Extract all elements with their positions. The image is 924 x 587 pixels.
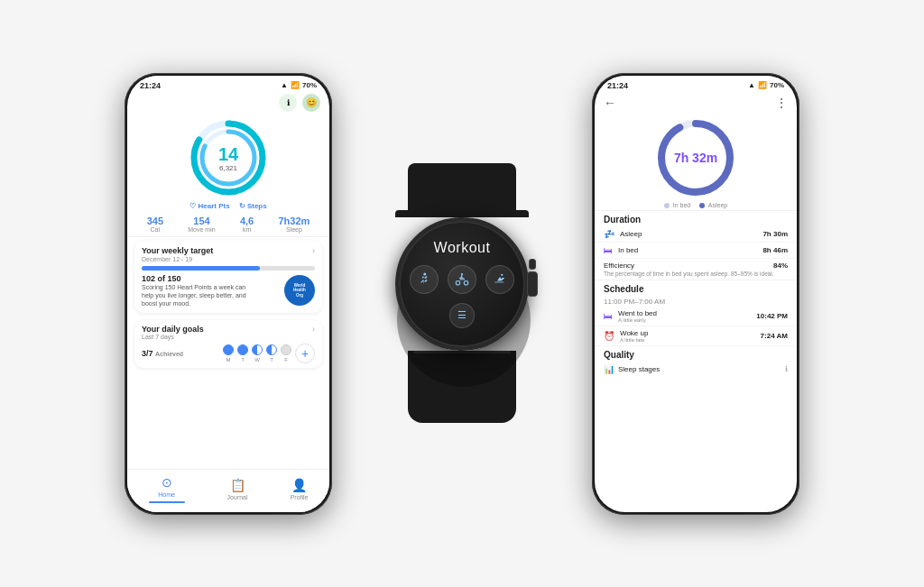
schedule-title: Schedule	[595, 280, 797, 296]
cal-label: Cal	[147, 226, 163, 233]
asleep-stat: 💤 Asleep 7h 30m	[595, 226, 797, 243]
sleep-stages-label: Sleep stages	[618, 365, 660, 373]
day-dot-m	[223, 344, 234, 355]
battery-left: 70%	[302, 81, 317, 89]
day-dots: M T W T	[223, 344, 315, 363]
legend-inbed: In bed	[664, 202, 690, 208]
more-button[interactable]: ⋮	[775, 96, 788, 110]
woke-up-value: 7:24 AM	[761, 332, 788, 340]
wifi-icon-right: 📶	[758, 81, 767, 89]
battery-right: 70%	[770, 81, 784, 89]
watch-cycle-button[interactable]	[448, 265, 476, 294]
sleep-label: Sleep	[278, 226, 310, 233]
watch-crown-small	[529, 259, 536, 270]
achieved-label: Achieved	[155, 351, 183, 357]
svg-point-6	[464, 280, 468, 285]
time-right: 21:24	[607, 81, 628, 90]
daily-goals-sub: Last 7 days	[142, 334, 204, 340]
left-phone: 21:24 ▲ 📶 70% ℹ 😊	[125, 73, 332, 515]
nav-profile[interactable]: 👤 Profile	[291, 478, 309, 500]
wifi-icon: 📶	[291, 81, 300, 89]
inbed-value: 8h 46m	[762, 246, 788, 254]
signal-icon-right: ▲	[748, 81, 755, 89]
weekly-target-card: Your weekly target › December 12 - 19 10…	[134, 241, 322, 313]
scene: 21:24 ▲ 📶 70% ℹ 😊	[0, 0, 924, 587]
chevron-right-icon[interactable]: ›	[312, 246, 315, 255]
bar-chart-icon: 📊	[604, 364, 614, 374]
watch-activity-icons	[410, 265, 514, 294]
efficiency-label: Efficiency	[604, 261, 634, 270]
ring-steps: 6,321	[218, 163, 238, 171]
watch-run-button[interactable]	[410, 265, 439, 294]
sleep-stages-info-icon[interactable]: ℹ	[785, 365, 788, 373]
day-dot-t2	[266, 344, 277, 355]
day-dot-w	[252, 344, 263, 355]
woke-up-sub: A little late	[620, 337, 648, 343]
profile-icon: 👤	[291, 478, 307, 492]
day-dot-t1	[237, 344, 248, 355]
weekly-desc: Scoring 150 Heart Points a week can help…	[142, 283, 250, 307]
nav-home[interactable]: ⊙ Home	[149, 475, 185, 503]
quality-title: Quality	[595, 346, 797, 362]
goals-achieved: 3/7 Achieved	[142, 349, 183, 358]
move-label: Move min	[188, 226, 215, 233]
legend-asleep: Asleep	[699, 202, 727, 208]
stats-row: 345 Cal 154 Move min 4,6 km 7h32m Sleep	[127, 212, 329, 237]
move-value: 154	[188, 216, 215, 226]
watch-rowing-button[interactable]	[485, 265, 514, 294]
time-left: 21:24	[140, 81, 161, 90]
efficiency-value: 84%	[773, 261, 788, 270]
sleep-header: ← ⋮	[595, 92, 797, 114]
who-badge: WorldHealthOrg	[284, 275, 315, 306]
km-value: 4,6	[240, 216, 254, 226]
sleep-duration: 7h 32m	[674, 151, 717, 165]
goals-row: 3/7 Achieved M T	[142, 344, 315, 363]
heart-points-value: 102 of 150	[142, 274, 181, 283]
km-label: km	[240, 226, 254, 233]
svg-point-8	[501, 273, 503, 275]
signal-icon: ▲	[281, 81, 288, 89]
watch-menu-button[interactable]: ☰	[449, 303, 475, 328]
nav-home-label: Home	[158, 491, 175, 498]
watch-title: Workout	[434, 240, 491, 256]
went-to-bed-sub: A little early	[618, 317, 657, 323]
ring-number: 14	[218, 143, 238, 163]
duration-title: Duration	[595, 210, 797, 226]
asleep-icon: 💤	[604, 229, 614, 239]
inbed-stat: 🛏 In bed 8h 46m	[595, 243, 797, 259]
info-icon[interactable]: ℹ	[279, 94, 297, 112]
svg-point-4	[423, 272, 426, 275]
steps-label: ↻ Steps	[239, 202, 267, 210]
inbed-label: In bed	[618, 246, 638, 254]
nav-profile-label: Profile	[291, 494, 309, 500]
progress-bar-fill	[142, 266, 260, 271]
bed-icon: 🛏	[604, 245, 613, 255]
nav-journal[interactable]: 📋 Journal	[227, 478, 248, 500]
avatar[interactable]: 😊	[302, 94, 320, 112]
journal-icon: 📋	[230, 478, 245, 492]
bottom-nav: ⊙ Home 📋 Journal 👤 Profile	[127, 469, 329, 512]
sleep-stages-row: 📊 Sleep stages ℹ	[595, 362, 797, 377]
status-bar-left: 21:24 ▲ 📶 70%	[127, 76, 329, 92]
chevron-right-daily[interactable]: ›	[312, 325, 315, 340]
daily-goals-title: Your daily goals	[142, 325, 204, 334]
bedtime-icon: 🛏	[604, 311, 613, 321]
asleep-value: 7h 30m	[762, 230, 788, 238]
add-goal-button[interactable]: +	[295, 344, 315, 363]
efficiency-row: Efficiency 84% The percentage of time in…	[595, 259, 797, 280]
cal-value: 345	[147, 216, 163, 226]
watch-crown	[527, 271, 538, 297]
watch-strap-bottom	[408, 351, 516, 423]
went-to-bed-row: 🛏 Went to bed A little early 10:42 PM	[595, 307, 797, 326]
svg-point-7	[461, 272, 463, 274]
progress-bar-bg	[142, 266, 315, 271]
daily-goals-card: Your daily goals Last 7 days › 3/7 Achie…	[134, 320, 322, 368]
efficiency-desc: The percentage of time in bed you spent …	[604, 271, 788, 278]
back-button[interactable]: ←	[604, 96, 616, 110]
sleep-value: 7h32m	[278, 216, 310, 226]
weekly-target-title: Your weekly target	[142, 246, 213, 255]
svg-rect-9	[494, 281, 504, 283]
heart-points-row: 102 of 150 Scoring 150 Heart Points a we…	[142, 274, 315, 307]
sleep-ring-section: 7h 32m	[595, 114, 797, 200]
svg-point-5	[456, 280, 460, 285]
